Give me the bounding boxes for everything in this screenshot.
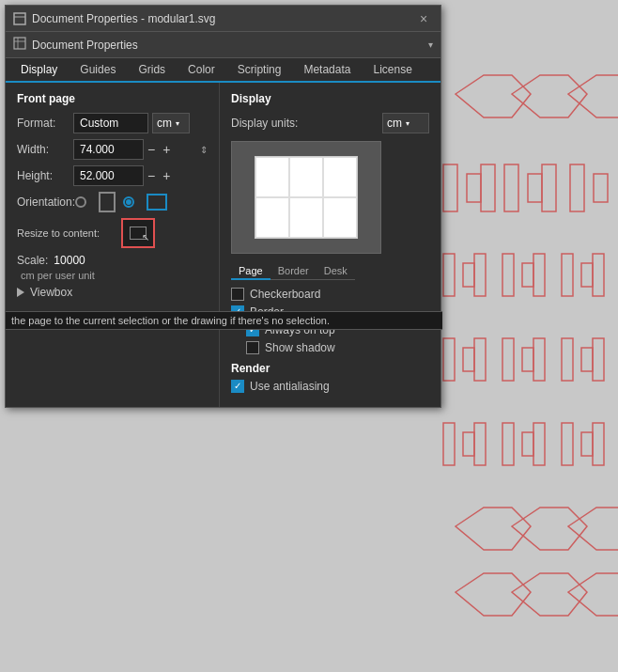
front-page-title: Front page: [17, 92, 208, 105]
preview-tabs: Page Border Desk: [231, 263, 429, 280]
format-label: Format:: [17, 117, 73, 130]
scale-units: cm per user unit: [21, 270, 95, 281]
height-decrease-btn[interactable]: −: [144, 169, 159, 182]
show-shadow-label: Show shadow: [265, 341, 335, 354]
svg-rect-45: [14, 13, 25, 24]
display-units-dropdown[interactable]: cm ▾: [382, 113, 429, 133]
panel-header-title: Document Properties: [32, 39, 428, 52]
radio-circle-1: [75, 196, 86, 208]
tab-scripting[interactable]: Scripting: [226, 58, 293, 83]
format-dropdown-arrow: ▾: [176, 119, 179, 128]
format-row: Format: cm ▾: [17, 113, 208, 133]
height-label: Height:: [17, 169, 73, 182]
preview-area: [231, 141, 381, 254]
viewbox-label: Viewbox: [30, 286, 72, 299]
width-input[interactable]: [73, 139, 144, 160]
tab-guides[interactable]: Guides: [69, 58, 127, 83]
tab-grids[interactable]: Grids: [127, 58, 177, 83]
resize-button[interactable]: ↖: [121, 218, 155, 248]
preview-tab-page[interactable]: Page: [231, 263, 270, 280]
portrait-icon[interactable]: [99, 192, 116, 212]
scale-value: 10000: [54, 254, 85, 267]
height-increase-btn[interactable]: +: [159, 169, 174, 182]
display-title: Display: [231, 92, 429, 105]
svg-rect-47: [14, 38, 25, 49]
format-input[interactable]: [73, 113, 148, 133]
checkerboard-label: Checkerboard: [250, 288, 320, 301]
tooltip-text: the page to the current selection or the…: [11, 315, 330, 326]
viewbox-row[interactable]: Viewbox: [17, 286, 208, 299]
tab-color[interactable]: Color: [177, 58, 226, 83]
preview-cell-6: [323, 197, 357, 238]
width-label: Width:: [17, 143, 73, 156]
preview-cell-2: [289, 157, 323, 197]
panel-icon: [13, 37, 26, 53]
antialiasing-label: Use antialiasing: [250, 380, 330, 393]
antialiasing-row[interactable]: Use antialiasing: [231, 380, 429, 393]
checkerboard-row[interactable]: Checkerboard: [231, 288, 429, 301]
tooltip-bar: the page to the current selection or the…: [6, 311, 442, 330]
page-preview: [255, 156, 358, 239]
right-panel: Display Display units: cm ▾: [220, 83, 440, 407]
viewbox-expand-icon: [17, 288, 24, 297]
checkerboard-checkbox[interactable]: [231, 288, 244, 301]
tab-metadata[interactable]: Metadata: [292, 58, 362, 83]
show-shadow-row[interactable]: Show shadow: [246, 341, 429, 354]
document-properties-dialog: Document Properties - modular1.svg × Doc…: [5, 5, 441, 408]
antialiasing-checkbox[interactable]: [231, 380, 244, 393]
width-decrease-btn[interactable]: −: [144, 143, 159, 156]
left-panel: Front page Format: cm ▾ Width: − + ⇕: [6, 83, 220, 407]
cursor-icon: ↖: [142, 232, 149, 242]
orientation-radio-2[interactable]: [123, 196, 137, 208]
preview-tab-border[interactable]: Border: [270, 263, 317, 280]
title-bar: Document Properties - modular1.svg ×: [6, 6, 440, 32]
scale-section: Scale: 10000 cm per user unit: [17, 254, 208, 282]
scale-label: Scale:: [17, 254, 48, 267]
tab-display[interactable]: Display: [9, 58, 69, 83]
tabs-row: Display Guides Grids Color Scripting Met…: [6, 58, 440, 83]
show-shadow-checkbox[interactable]: [246, 341, 259, 354]
preview-cell-4: [255, 197, 289, 238]
height-row: Height: − +: [17, 165, 208, 186]
width-row: Width: − + ⇕: [17, 139, 208, 160]
preview-cell-5: [289, 197, 323, 238]
orientation-row: Orientation:: [17, 192, 208, 212]
panel-collapse-arrow[interactable]: ▾: [428, 39, 433, 50]
format-unit-dropdown[interactable]: cm ▾: [152, 113, 190, 133]
height-input[interactable]: [73, 165, 144, 186]
scroll-indicator: ⇕: [200, 145, 208, 155]
resize-row: Resize to content: ↖: [17, 218, 208, 248]
landscape-icon[interactable]: [147, 194, 167, 211]
preview-cell-1: [255, 157, 289, 197]
tab-license[interactable]: License: [362, 58, 423, 83]
main-content: Front page Format: cm ▾ Width: − + ⇕: [6, 83, 440, 407]
panel-header: Document Properties ▾: [6, 32, 440, 58]
close-button[interactable]: ×: [414, 9, 433, 28]
display-units-label: Display units:: [231, 117, 379, 130]
dialog-icon: [13, 12, 26, 25]
display-units-row: Display units: cm ▾: [231, 113, 429, 133]
dialog-title: Document Properties - modular1.svg: [32, 12, 414, 25]
orientation-label: Orientation:: [17, 195, 75, 209]
preview-tab-desk[interactable]: Desk: [317, 263, 355, 280]
width-increase-btn[interactable]: +: [159, 143, 174, 156]
display-units-dropdown-arrow: ▾: [406, 119, 409, 128]
orientation-radio-1[interactable]: [75, 196, 89, 208]
render-title: Render: [231, 362, 429, 375]
resize-btn-icon: ↖: [130, 227, 147, 240]
resize-label: Resize to content:: [17, 227, 116, 239]
radio-circle-2: [123, 196, 134, 208]
preview-cell-3: [323, 157, 357, 197]
